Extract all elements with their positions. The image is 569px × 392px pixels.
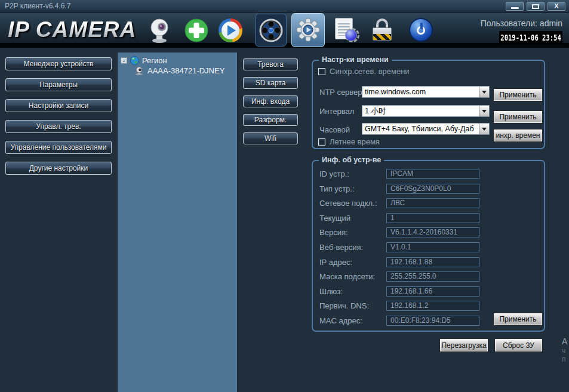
ntp-server-dropdown[interactable]: time.windows.com (362, 86, 490, 98)
field-value: V6.1.1.4.2-20160331 (386, 227, 479, 237)
timezone-dropdown-button[interactable] (479, 124, 489, 134)
sidebar-item-other-settings[interactable]: Другие настройки (5, 162, 112, 175)
device-info-group: Инф. об устр-ве ID устр.: IPCAM Тип устр… (312, 160, 545, 332)
datetime-display: 2019-11-06 23:54:43 (499, 31, 562, 44)
tree-root-label: Регион (142, 56, 167, 65)
apply-ntp-button[interactable]: Применить (494, 89, 542, 101)
settings-button[interactable] (291, 13, 325, 47)
sync-network-time-checkbox[interactable] (318, 68, 325, 75)
sidebar-item-parameters[interactable]: Параметры (5, 78, 112, 91)
sidebar-item-user-management[interactable]: Управление пользователями (5, 141, 112, 154)
live-view-icon[interactable] (219, 18, 244, 45)
dst-checkbox[interactable] (318, 138, 325, 146)
tab-wifi[interactable]: Wifi (243, 132, 298, 144)
tab-format[interactable]: Разформ. (243, 114, 298, 126)
dst-row: Летнее время (318, 137, 380, 146)
timezone-value: GMT+4 Баку, Тбилиси, Абу-Даб (362, 124, 479, 134)
field-label: Версия: (313, 228, 386, 237)
playback-icon (259, 18, 284, 45)
time-settings-title: Настр-ки времени (319, 55, 392, 64)
field-value: 192.168.1.2 (386, 301, 479, 311)
apply-interval-button[interactable]: Применить (494, 111, 542, 123)
device-tree-panel: - Регион (118, 53, 237, 392)
field-label: Веб-версия: (313, 243, 386, 252)
maximize-button[interactable] (527, 2, 545, 11)
sync-time-button[interactable]: инхр. времен (494, 129, 542, 141)
field-label: ID устр.: (313, 169, 386, 178)
field-label: IP адрес: (313, 258, 386, 267)
settings-icon (296, 18, 321, 44)
power-icon[interactable] (409, 18, 434, 44)
clipped-text-line2: ч (562, 347, 565, 355)
interval-label: Интервал (319, 107, 354, 116)
row-current: Текущий 1 (313, 213, 544, 223)
tab-alarm[interactable]: Тревога (243, 58, 298, 70)
interval-dropdown-button[interactable] (479, 106, 489, 116)
field-label: MAC адрес: (313, 316, 386, 325)
log-icon[interactable] (335, 18, 360, 44)
field-value: IPCAM (386, 169, 479, 179)
tree-device-label: AAAA-384721-DJNEY (147, 66, 224, 75)
minimize-icon (511, 7, 519, 9)
row-gateway: Шлюз: 192.168.1.66 (313, 286, 544, 297)
device-info-title: Инф. об устр-ве (319, 156, 384, 164)
field-value: ЛВС (386, 198, 479, 208)
tab-login-info[interactable]: Инф. входа (243, 95, 298, 107)
tree-root-row[interactable]: - Регион (121, 56, 167, 65)
dst-label: Летнее время (330, 137, 380, 146)
sync-network-time-label: Синхр.сетев. времени (330, 67, 410, 76)
row-ip-address: IP адрес: 192.168.1.88 (313, 257, 544, 267)
app-logo: IP CAMERA (8, 17, 136, 42)
row-subnet-mask: Маска подсети: 255.255.255.0 (313, 271, 544, 282)
row-device-id: ID устр.: IPCAM (313, 169, 544, 179)
webcam-icon[interactable] (147, 17, 172, 44)
settings-tab-column: Тревога SD карта Инф. входа Разформ. Wif… (243, 58, 298, 144)
timezone-dropdown[interactable]: GMT+4 Баку, Тбилиси, Абу-Даб (362, 123, 490, 135)
add-device-icon[interactable] (184, 18, 210, 45)
sidebar-item-alarm-control[interactable]: Управл. трев. (5, 120, 112, 133)
field-label: Сетевое подкл.: (313, 199, 386, 208)
globe-icon (130, 56, 139, 65)
field-label: Тип устр.: (313, 184, 386, 193)
row-device-type: Тип устр.: C6F0SgZ3N0P0L0 (313, 184, 544, 194)
close-button[interactable]: X (548, 2, 565, 11)
field-label: Маска подсети: (313, 272, 386, 281)
field-value: 192.168.1.66 (386, 286, 479, 297)
playback-button[interactable] (255, 14, 287, 47)
camera-device-icon (134, 67, 144, 75)
device-info-rows: ID устр.: IPCAM Тип устр.: C6F0SgZ3N0P0L… (313, 169, 544, 326)
tree-device-row[interactable]: AAAA-384721-DJNEY (134, 66, 224, 75)
tab-sd-card[interactable]: SD карта (243, 77, 298, 89)
field-value: V1.0.1 (386, 242, 479, 252)
sidebar-item-record-settings[interactable]: Настройки записи (5, 99, 112, 112)
timezone-label: Часовой (319, 125, 350, 134)
window-title: P2P клиент-v6.4.6.7 (5, 2, 70, 10)
ntp-dropdown-button[interactable] (479, 87, 489, 97)
datetime-text: 2019-11-06 23:54:43 (499, 31, 562, 44)
collapse-expander-icon[interactable]: - (121, 57, 127, 64)
main-content: Менеджер устройств Параметры Настройки з… (0, 53, 569, 392)
row-network-connection: Сетевое подкл.: ЛВС (313, 198, 544, 208)
chevron-down-icon (482, 110, 487, 113)
sync-network-time-row: Синхр.сетев. времени (318, 67, 410, 76)
clipped-text-line1: А (562, 337, 567, 346)
header: IP CAMERA (0, 13, 569, 48)
lock-icon[interactable] (371, 17, 393, 44)
field-value: 00:E0:F8:23:94:D5 (386, 316, 479, 326)
field-value: 255.255.255.0 (386, 271, 479, 282)
reset-memory-button[interactable]: Сброс ЗУ (495, 339, 542, 351)
row-web-version: Веб-версия: V1.0.1 (313, 242, 544, 252)
field-label: Шлюз: (313, 287, 386, 296)
minimize-button[interactable] (506, 2, 524, 11)
field-value: 1 (386, 213, 479, 223)
apply-network-button[interactable]: Применить (494, 313, 542, 325)
row-version: Версия: V6.1.1.4.2-20160331 (313, 227, 544, 237)
reboot-button[interactable]: Перезагрузка (440, 339, 488, 351)
user-label: Пользователи: admin (481, 18, 562, 28)
field-label: Текущий (313, 214, 386, 223)
ntp-server-label: NTP сервер: (319, 88, 364, 97)
window-controls: X (506, 2, 565, 11)
sidebar-item-device-manager[interactable]: Менеджер устройств (5, 57, 112, 70)
sidebar: Менеджер устройств Параметры Настройки з… (5, 57, 112, 175)
interval-dropdown[interactable]: 1 小时 (362, 105, 490, 117)
